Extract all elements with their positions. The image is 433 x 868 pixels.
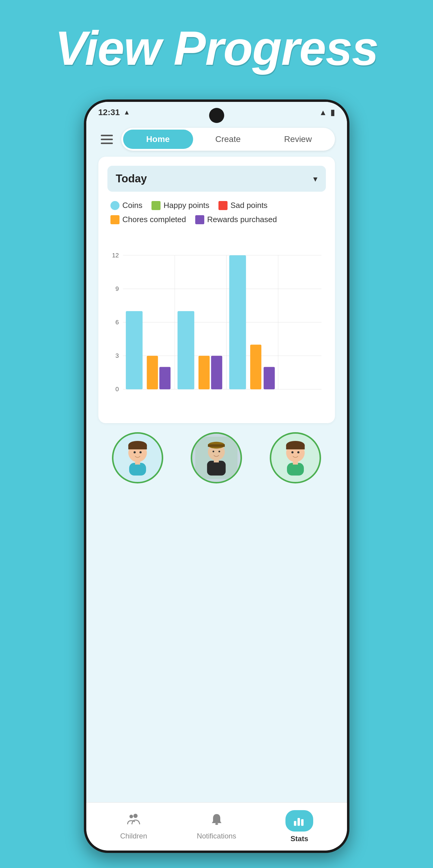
bar-g1-chores xyxy=(147,356,158,390)
legend-coins: Coins xyxy=(110,201,142,210)
svg-rect-39 xyxy=(297,818,300,826)
wifi-icon: ▲ xyxy=(319,108,327,117)
legend-happy-dot xyxy=(151,201,161,210)
legend-sad-label: Sad points xyxy=(231,201,268,210)
period-label: Today xyxy=(116,173,147,185)
hamburger-button[interactable] xyxy=(98,132,115,147)
dropdown-arrow-icon: ▾ xyxy=(313,174,317,184)
hamburger-icon xyxy=(101,135,113,144)
svg-rect-18 xyxy=(129,463,146,475)
nav-children[interactable]: Children xyxy=(92,808,175,845)
bar-g2-chores xyxy=(198,356,209,390)
legend-rewards-label: Rewards purchased xyxy=(207,215,277,224)
bar-g1-rewards xyxy=(159,367,171,390)
battery-icon: ▮ xyxy=(330,108,335,117)
chart-area: 12 9 6 3 0 xyxy=(110,233,323,414)
legend-rewards: Rewards purchased xyxy=(195,215,277,224)
bar-g3-rewards xyxy=(263,367,275,390)
svg-point-36 xyxy=(133,814,138,818)
svg-rect-30 xyxy=(286,445,305,450)
svg-rect-34 xyxy=(293,460,298,464)
legend-rewards-dot xyxy=(195,215,204,224)
avatars-section xyxy=(86,432,347,484)
avatar-2-image xyxy=(195,437,237,479)
avatar-1-image xyxy=(116,437,159,479)
svg-point-26 xyxy=(219,451,220,453)
stats-svg-icon xyxy=(293,814,306,827)
bar-g2-rewards xyxy=(211,356,222,390)
avatar-1[interactable] xyxy=(112,432,163,484)
svg-text:3: 3 xyxy=(115,352,119,359)
status-left: 12:31 ▲ xyxy=(98,107,130,117)
bar-g2-coins xyxy=(177,311,194,389)
svg-rect-15 xyxy=(128,445,147,450)
status-right: ▲ ▮ xyxy=(319,108,335,117)
svg-rect-40 xyxy=(301,819,304,826)
bell-svg-icon xyxy=(210,813,223,826)
nav-notifications[interactable]: Notifications xyxy=(175,808,258,845)
tab-review[interactable]: Review xyxy=(263,130,333,149)
camera-notch xyxy=(209,108,224,123)
page-title: View Progress xyxy=(55,21,378,76)
phone-screen: 12:31 ▲ ▲ ▮ Home Create Review xyxy=(86,102,347,850)
svg-text:0: 0 xyxy=(115,386,119,393)
nav-stats[interactable]: Stats xyxy=(258,805,341,848)
children-icon xyxy=(127,813,140,829)
bar-g3-coins xyxy=(229,255,246,390)
top-nav: Home Create Review xyxy=(86,123,347,157)
legend: Coins Happy points Sad points Chores com… xyxy=(108,201,326,224)
svg-text:12: 12 xyxy=(112,252,119,258)
legend-coins-dot xyxy=(110,201,119,210)
status-time: 12:31 xyxy=(98,107,120,117)
svg-rect-38 xyxy=(294,821,296,826)
svg-rect-33 xyxy=(287,463,304,475)
bottom-nav: Children Notifications xyxy=(86,802,347,850)
legend-chores: Chores completed xyxy=(110,215,186,224)
legend-happy-label: Happy points xyxy=(164,201,209,210)
legend-coins-label: Coins xyxy=(122,201,142,210)
page-header: View Progress xyxy=(0,0,433,96)
tab-create[interactable]: Create xyxy=(193,130,263,149)
nav-tabs: Home Create Review xyxy=(121,128,335,151)
phone-frame: 12:31 ▲ ▲ ▮ Home Create Review xyxy=(84,99,349,853)
avatar-2[interactable] xyxy=(191,432,242,484)
main-content: Today ▾ Coins Happy points Sad points xyxy=(98,157,335,423)
svg-text:9: 9 xyxy=(115,285,119,292)
svg-point-35 xyxy=(129,815,133,818)
legend-sad-dot xyxy=(219,201,228,210)
svg-point-17 xyxy=(139,451,142,453)
avatar-3[interactable] xyxy=(270,432,321,484)
legend-chores-dot xyxy=(110,215,119,224)
svg-point-32 xyxy=(297,451,299,453)
bell-icon xyxy=(210,813,223,829)
nav-stats-label: Stats xyxy=(291,835,308,843)
svg-rect-19 xyxy=(135,460,140,464)
svg-rect-23 xyxy=(208,444,225,447)
svg-point-25 xyxy=(213,451,214,453)
legend-sad: Sad points xyxy=(219,201,268,210)
nav-notifications-label: Notifications xyxy=(197,832,236,840)
svg-rect-24 xyxy=(207,461,226,475)
stats-icon-bg xyxy=(285,810,313,832)
svg-point-16 xyxy=(134,451,136,453)
legend-happy: Happy points xyxy=(151,201,209,210)
bar-g3-chores xyxy=(250,344,261,389)
nav-children-label: Children xyxy=(120,832,147,840)
svg-text:6: 6 xyxy=(115,319,119,326)
svg-rect-27 xyxy=(214,459,219,462)
period-selector[interactable]: Today ▾ xyxy=(108,166,326,192)
chart-svg: 12 9 6 3 0 xyxy=(110,233,323,414)
tab-home[interactable]: Home xyxy=(123,130,193,149)
legend-chores-label: Chores completed xyxy=(122,215,186,224)
children-svg-icon xyxy=(127,813,140,826)
status-icon: ▲ xyxy=(123,108,130,116)
avatar-3-image xyxy=(274,437,317,479)
svg-point-37 xyxy=(215,823,218,825)
bar-g1-coins xyxy=(125,311,142,389)
svg-point-31 xyxy=(291,451,294,453)
